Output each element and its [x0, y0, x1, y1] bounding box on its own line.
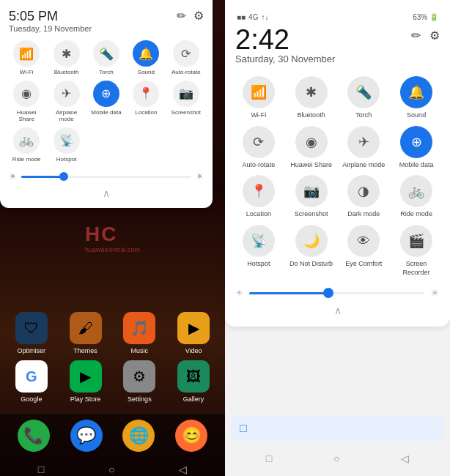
nav-circle-icon[interactable]: ○ [108, 464, 114, 475]
right-tile-sound[interactable]: 🔔 Sound [393, 76, 440, 120]
right-tile-screenrecorder-label: Screen Recorder [393, 260, 440, 277]
huaweishare-icon: ◉ [13, 81, 40, 107]
ridemode-icon: 🚲 [13, 127, 40, 154]
signal-arrows: ↑↓ [261, 13, 268, 21]
left-tile-ridemode[interactable]: 🚲 Ride mode [9, 127, 44, 163]
right-tile-huaweishare[interactable]: ◉ Huawei Share [288, 126, 335, 170]
app-settings[interactable]: ⚙ Settings [116, 360, 164, 403]
dock-emoji[interactable]: 😊 [175, 420, 207, 452]
left-chevron[interactable]: ∧ [9, 187, 204, 199]
right-nav-circle[interactable]: ○ [333, 453, 339, 464]
right-bottom: □ □ ○ ◁ [225, 327, 450, 476]
app-gallery[interactable]: 🖼 Gallery [169, 360, 218, 403]
left-bottom-bar: 📞 💬 🌐 😊 □ ○ ◁ [0, 414, 225, 476]
left-tile-sound-label: Sound [138, 69, 155, 76]
left-tile-torch[interactable]: 🔦 Torch [89, 40, 124, 76]
left-brightness-track[interactable] [21, 176, 191, 178]
right-nav-back[interactable]: ◁ [401, 453, 409, 464]
right-tile-ridemode[interactable]: 🚲 Ride mode [393, 175, 440, 219]
left-date: Tuesday, 19 November [9, 24, 92, 33]
right-brightness-track[interactable] [249, 292, 424, 294]
right-tile-darkmode[interactable]: ◑ Dark mode [341, 175, 388, 219]
right-header-icons: ✏ ⚙ [411, 26, 440, 42]
right-card-icon: □ [240, 422, 247, 435]
right-settings-icon[interactable]: ⚙ [429, 29, 440, 42]
right-chevron[interactable]: ∧ [235, 305, 440, 316]
right-tile-wifi[interactable]: 📶 Wi-Fi [235, 76, 282, 120]
left-tile-autorotate[interactable]: ⟳ Auto-rotate [169, 40, 204, 76]
left-brightness-thumb [59, 172, 68, 181]
right-nav-square[interactable]: □ [266, 453, 272, 464]
right-tile-airplane[interactable]: ✈ Airplane mode [341, 126, 388, 170]
app-google[interactable]: G Google [7, 360, 56, 403]
dock-chrome[interactable]: 🌐 [122, 420, 155, 452]
right-tile-bluetooth[interactable]: ✱ Bluetooth [288, 76, 335, 120]
left-tile-airplane-label: Airplane mode [48, 109, 84, 123]
right-tile-dnd[interactable]: 🌙 Do Not Disturb [288, 225, 335, 277]
right-autorotate-icon: ⟳ [243, 126, 275, 158]
app-themes[interactable]: 🖌 Themes [62, 312, 110, 354]
left-quick-grid: 📶 Wi-Fi ✱ Bluetooth 🔦 Torch 🔔 Sound ⟳ Au… [9, 40, 204, 163]
left-tile-huaweishare[interactable]: ◉ Huawei Share [9, 81, 44, 123]
left-tile-location[interactable]: 📍 Location [128, 81, 163, 123]
right-tile-ridemode-label: Ride mode [400, 210, 432, 219]
dock-phone[interactable]: 📞 [18, 420, 50, 452]
left-tile-wifi[interactable]: 📶 Wi-Fi [9, 40, 44, 76]
right-tile-location[interactable]: 📍 Location [235, 175, 282, 219]
right-hotspot-icon: 📡 [243, 225, 275, 257]
left-dock: 📞 💬 🌐 😊 [0, 414, 225, 458]
right-tile-location-label: Location [246, 210, 271, 219]
left-tile-hotspot[interactable]: 📡 Hotspot [48, 127, 84, 163]
battery-percent: 63% [413, 13, 427, 21]
dock-messages[interactable]: 💬 [70, 420, 103, 452]
right-tile-airplane-label: Airplane mode [342, 161, 385, 170]
app-optimiser[interactable]: 🛡 Optimiser [7, 312, 56, 354]
left-nav-bar: □ ○ ◁ [0, 458, 225, 476]
mobiledata-icon: ⊕ [93, 81, 119, 107]
left-notif-header: 5:05 PM Tuesday, 19 November ✏ ⚙ [9, 9, 204, 33]
left-tile-huaweishare-label: Huawei Share [9, 109, 44, 123]
app-video-label: Video [185, 347, 202, 354]
left-tile-bluetooth-label: Bluetooth [54, 69, 79, 76]
right-airplane-icon: ✈ [347, 126, 380, 158]
right-tile-torch[interactable]: 🔦 Torch [341, 76, 388, 120]
left-tile-airplane[interactable]: ✈ Airplane mode [48, 81, 84, 123]
right-tile-eyecomfort[interactable]: 👁 Eye Comfort [341, 225, 388, 277]
signal-icon: ■■ [237, 13, 246, 21]
left-tile-wifi-label: Wi-Fi [20, 69, 34, 76]
autorotate-icon: ⟳ [173, 40, 199, 67]
right-brightness-fill [249, 292, 328, 294]
app-settings-label: Settings [128, 395, 152, 403]
right-tile-mobiledata[interactable]: ⊕ Mobile data [393, 126, 440, 170]
left-tile-mobiledata[interactable]: ⊕ Mobile data [89, 81, 124, 123]
right-brightness-low-icon: ☀ [235, 288, 243, 298]
right-edit-icon[interactable]: ✏ [411, 29, 421, 42]
left-tile-screenshot[interactable]: 📷 Screenshot [169, 81, 204, 123]
right-date: Saturday, 30 November [235, 53, 335, 64]
right-wifi-icon: 📶 [243, 76, 275, 108]
left-edit-icon[interactable]: ✏ [177, 9, 186, 23]
right-tile-screenshot[interactable]: 📷 Screenshot [288, 175, 335, 219]
right-panel: ■■ 4G ↑↓ 63% 🔋 2:42 Saturday, 30 Novembe… [225, 0, 450, 476]
right-tile-wifi-label: Wi-Fi [251, 111, 266, 120]
nav-square-icon[interactable]: □ [38, 464, 44, 475]
app-music[interactable]: 🎵 Music [116, 312, 164, 354]
left-tile-hotspot-label: Hotspot [56, 156, 77, 163]
app-video[interactable]: ▶ Video [169, 312, 218, 354]
right-eyecomfort-icon: 👁 [347, 225, 380, 257]
left-brightness-fill [21, 176, 64, 178]
left-tile-bluetooth[interactable]: ✱ Bluetooth [48, 40, 84, 76]
right-tile-hotspot[interactable]: 📡 Hotspot [235, 225, 282, 277]
nav-back-icon[interactable]: ◁ [179, 464, 187, 475]
right-tile-huaweishare-label: Huawei Share [290, 161, 332, 170]
left-tile-sound[interactable]: 🔔 Sound [128, 40, 163, 76]
right-sound-icon: 🔔 [400, 76, 432, 108]
right-card[interactable]: □ [231, 416, 444, 441]
right-tile-screenrecorder[interactable]: 🎬 Screen Recorder [393, 225, 440, 277]
left-settings-icon[interactable]: ⚙ [193, 9, 204, 23]
app-themes-label: Themes [73, 347, 97, 354]
app-playstore[interactable]: ▶ Play Store [62, 360, 110, 403]
right-quick-grid: 📶 Wi-Fi ✱ Bluetooth 🔦 Torch 🔔 Sound ⟳ Au… [235, 76, 440, 277]
right-tile-autorotate[interactable]: ⟳ Auto-rotate [235, 126, 282, 170]
right-darkmode-icon: ◑ [347, 175, 380, 207]
